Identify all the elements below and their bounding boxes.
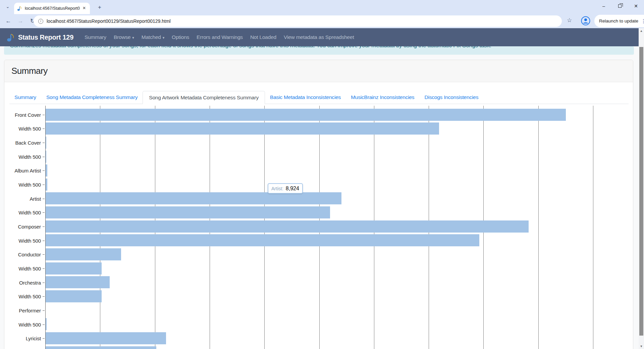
- category-label: Width 500: [0, 265, 41, 271]
- bar-width-500[interactable]: [46, 318, 47, 330]
- forward-icon[interactable]: →: [16, 17, 25, 26]
- category-label: Width 500: [0, 321, 41, 327]
- window-controls: – ✕: [596, 0, 644, 12]
- category-label: Width 500: [0, 294, 41, 299]
- bar-width-500[interactable]: [46, 122, 439, 135]
- window-close-button[interactable]: ✕: [628, 0, 644, 12]
- chart-row-width-500: Width 500: [0, 289, 639, 303]
- axis-tick: [43, 212, 45, 213]
- tab-basic-metadata-inconsistencies[interactable]: Basic Metadata Inconsistencies: [265, 91, 346, 103]
- address-bar[interactable]: i localhost:4567/StatusReport00129/Statu…: [34, 15, 562, 27]
- scrollbar-down-icon[interactable]: ▼: [639, 344, 644, 349]
- window-restore-button[interactable]: [612, 0, 628, 12]
- scrollbar-thumb[interactable]: [639, 47, 643, 336]
- axis-tick: [43, 170, 45, 171]
- bar-front-cover[interactable]: [46, 109, 566, 121]
- navbar-links: SummaryBrowse▾Matched▾OptionsErrors and …: [81, 34, 358, 40]
- chart-row-back-cover: Back Cover: [0, 136, 639, 150]
- category-label: Performer: [0, 307, 41, 313]
- category-label: Lyricist: [0, 336, 41, 341]
- chart-row-front-cover: Front Cover: [0, 108, 639, 122]
- nav-item-options[interactable]: Options: [168, 34, 193, 40]
- chart-tooltip: Artist: 8,924: [268, 183, 303, 194]
- chart-row-composer: Composer: [0, 219, 639, 234]
- bar-lyricist[interactable]: [46, 332, 166, 344]
- page-scrollbar[interactable]: ▲ ▼: [639, 28, 644, 349]
- browser-tabstrip: ⌄ localhost:4567/StatusReport001 ✕ + – ✕: [0, 0, 644, 14]
- axis-tick: [43, 241, 45, 241]
- status-report-page: Status Report 129 SummaryBrowse▾Matched▾…: [0, 28, 639, 349]
- bar-orchestra[interactable]: [46, 276, 110, 288]
- chart-row-lyricist: Lyricist: [0, 331, 639, 345]
- category-label: Width 500: [0, 182, 41, 188]
- chart-row-album-artist: Album Artist: [0, 164, 639, 178]
- category-label: Artist: [0, 196, 41, 201]
- browser-menu-kebab-icon[interactable]: ⋮: [641, 18, 644, 24]
- axis-tick: [43, 143, 45, 143]
- chart-row-width-500: Width 500: [0, 234, 639, 248]
- tooltip-value: 8,924: [286, 186, 299, 192]
- axis-tick: [43, 254, 45, 255]
- app-brand[interactable]: Status Report 129: [6, 33, 73, 42]
- screen: ⌄ localhost:4567/StatusReport001 ✕ + – ✕…: [0, 0, 644, 349]
- bar-conductor[interactable]: [46, 248, 121, 260]
- browser-tab[interactable]: localhost:4567/StatusReport001 ✕: [14, 3, 90, 14]
- tab-song-artwork-metadata-completeness-summary[interactable]: Song Artwork Metadata Completeness Summa…: [143, 91, 265, 104]
- category-label: Width 500: [0, 238, 41, 243]
- category-label: Orchestra: [0, 280, 41, 285]
- bar-artist[interactable]: [46, 192, 341, 204]
- back-icon[interactable]: ←: [4, 17, 13, 26]
- bar-width-500[interactable]: [46, 151, 46, 163]
- bar-width-500[interactable]: [46, 179, 47, 191]
- tab-song-metadata-completeness-summary[interactable]: Song Metadata Completeness Summary: [41, 91, 143, 103]
- music-note-favicon-icon: [17, 6, 22, 11]
- music-note-logo-icon: [6, 33, 15, 42]
- relaunch-to-update-button[interactable]: Relaunch to update ⋮: [594, 15, 644, 27]
- nav-item-summary[interactable]: Summary: [81, 34, 110, 40]
- bar-back-cover[interactable]: [46, 137, 46, 149]
- axis-tick: [43, 283, 45, 283]
- chart-row-clipped: [0, 345, 639, 349]
- summary-tabs: SummarySong Metadata Completeness Summar…: [9, 91, 629, 104]
- nav-item-browse[interactable]: Browse▾: [110, 34, 138, 40]
- axis-tick: [43, 310, 45, 311]
- bar-width-500[interactable]: [46, 262, 102, 275]
- bar-width-500[interactable]: [46, 206, 330, 218]
- tab-close-icon[interactable]: ✕: [81, 5, 87, 11]
- bar-album-artist[interactable]: [46, 164, 47, 177]
- tab-discogs-inconsistencies[interactable]: Discogs Inconsistencies: [419, 91, 483, 103]
- caret-down-icon: ▾: [163, 36, 164, 40]
- nav-item-view-metadata-as-spreadsheet[interactable]: View metadata as Spreadsheet: [280, 34, 358, 40]
- relaunch-label: Relaunch to update: [599, 18, 638, 23]
- scrollbar-up-icon[interactable]: ▲: [639, 28, 644, 34]
- category-label: Width 500: [0, 210, 41, 215]
- nav-item-matched[interactable]: Matched▾: [138, 34, 168, 40]
- chart-rows: Front CoverWidth 500Back CoverWidth 500A…: [0, 108, 639, 349]
- window-minimize-button[interactable]: –: [596, 0, 612, 12]
- artwork-completeness-chart: Front CoverWidth 500Back CoverWidth 500A…: [0, 106, 639, 349]
- chart-row-width-500: Width 500: [0, 150, 639, 164]
- bar-composer[interactable]: [46, 220, 529, 233]
- bar-clipped[interactable]: [46, 346, 156, 349]
- bookmark-star-icon[interactable]: ☆: [567, 17, 572, 24]
- nav-item-errors-and-warnings[interactable]: Errors and Warnings: [193, 34, 247, 40]
- page-title: Summary: [11, 66, 48, 76]
- tab-musicbrainz-inconsistencies[interactable]: MusicBrainz Inconsistencies: [346, 91, 419, 103]
- chart-row-width-500: Width 500: [0, 122, 639, 136]
- profile-avatar[interactable]: [581, 16, 590, 26]
- axis-tick: [43, 185, 45, 185]
- page-info-icon[interactable]: i: [38, 19, 43, 24]
- chart-row-artist: Artist: [0, 192, 639, 206]
- new-tab-button[interactable]: +: [95, 3, 104, 12]
- axis-tick: [43, 115, 45, 115]
- tab-summary[interactable]: Summary: [9, 91, 41, 103]
- url-text: localhost:4567/StatusReport00129/StatusR…: [47, 18, 171, 24]
- chart-row-width-500: Width 500: [0, 178, 639, 192]
- nav-item-not-loaded[interactable]: Not Loaded: [247, 34, 280, 40]
- bar-width-500[interactable]: [46, 290, 102, 302]
- tab-search-chevron-icon[interactable]: ⌄: [3, 3, 12, 11]
- chart-row-width-500: Width 500: [0, 206, 639, 220]
- axis-tick: [43, 157, 45, 157]
- bar-width-500[interactable]: [46, 234, 479, 246]
- axis-tick: [43, 338, 45, 339]
